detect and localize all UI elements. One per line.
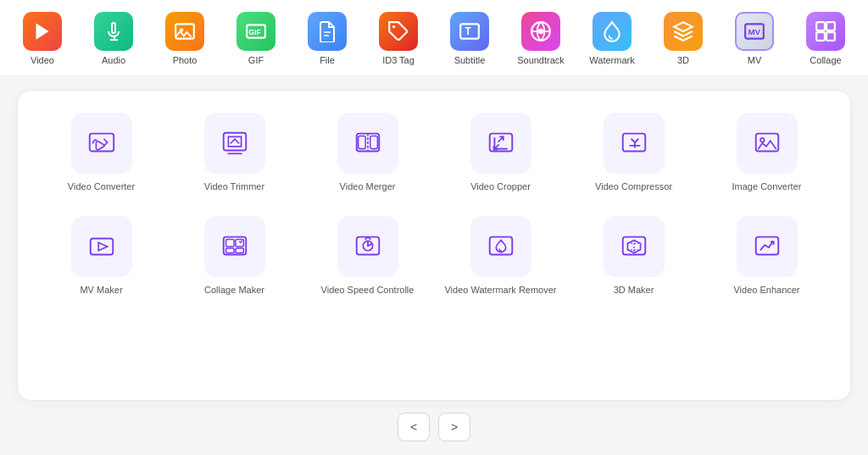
id3tag-icon — [379, 12, 418, 51]
nav-label-watermark: Watermark — [589, 55, 634, 65]
video-icon — [23, 12, 62, 51]
tool-video-enhancer[interactable]: Video Enhancer — [704, 211, 830, 301]
image-converter-label: Image Converter — [732, 180, 802, 192]
video-cropper-icon-box — [470, 113, 531, 174]
nav-label-file: File — [320, 55, 335, 65]
tool-image-converter[interactable]: Image Converter — [704, 108, 830, 197]
svg-point-32 — [760, 138, 764, 142]
video-converter-icon-box — [71, 113, 132, 174]
tool-video-merger[interactable]: Video Merger — [304, 108, 431, 197]
svg-rect-17 — [816, 32, 825, 41]
tool-video-converter[interactable]: Video Converter — [38, 108, 164, 197]
nav-item-video[interactable]: Video — [8, 7, 76, 70]
nav-label-3d: 3D — [677, 55, 689, 65]
main-content: Video Converter Video Trimmer — [0, 76, 868, 455]
svg-rect-39 — [235, 248, 242, 253]
tool-mv-maker[interactable]: MV Maker — [38, 211, 164, 301]
photo-icon — [165, 12, 204, 51]
pagination: < > — [398, 413, 470, 441]
video-enhancer-label: Video Enhancer — [733, 284, 799, 296]
video-compressor-icon-box — [604, 113, 665, 174]
svg-marker-0 — [36, 23, 48, 40]
nav-item-collage[interactable]: Collage — [792, 7, 860, 70]
nav-item-id3tag[interactable]: ID3 Tag — [364, 7, 432, 70]
tool-video-trimmer[interactable]: Video Trimmer — [171, 108, 298, 197]
nav-label-subtitle: Subtitle — [454, 55, 486, 65]
mv-maker-icon-box — [71, 216, 132, 277]
nav-item-gif[interactable]: GIF GIF — [222, 7, 290, 70]
svg-text:MV: MV — [748, 27, 760, 36]
tool-video-compressor[interactable]: Video Compressor — [570, 108, 697, 197]
video-trimmer-label: Video Trimmer — [204, 180, 264, 192]
nav-label-audio: Audio — [102, 55, 125, 65]
video-merger-label: Video Merger — [340, 180, 396, 192]
video-speed-icon-box — [337, 216, 398, 277]
nav-label-id3tag: ID3 Tag — [382, 55, 415, 65]
video-cropper-label: Video Cropper — [470, 180, 531, 192]
tools-panel: Video Converter Video Trimmer — [17, 90, 851, 401]
tool-3d-maker[interactable]: 3D Maker — [570, 211, 697, 301]
nav-item-photo[interactable]: Photo — [151, 7, 219, 70]
video-compressor-label: Video Compressor — [595, 180, 672, 192]
soundtrack-icon — [521, 12, 560, 51]
file-icon — [308, 12, 347, 51]
nav-item-file[interactable]: File — [293, 7, 361, 70]
nav-item-soundtrack[interactable]: Soundtrack — [507, 7, 575, 70]
video-converter-label: Video Converter — [68, 180, 135, 192]
svg-text:T: T — [465, 25, 472, 37]
collage-icon — [806, 12, 845, 51]
prev-page-button[interactable]: < — [398, 413, 430, 441]
svg-rect-37 — [235, 240, 242, 247]
3d-maker-icon-box — [604, 216, 665, 277]
nav-label-collage: Collage — [810, 55, 841, 65]
subtitle-icon: T — [450, 12, 489, 51]
video-speed-label: Video Speed Controlle — [321, 284, 415, 296]
svg-rect-18 — [826, 32, 835, 41]
svg-rect-25 — [370, 136, 377, 148]
nav-item-watermark[interactable]: Watermark — [578, 7, 646, 70]
prev-icon: < — [410, 420, 417, 434]
top-navigation: Video Audio Photo GIF GIF File ID3 Tag — [0, 0, 868, 76]
svg-marker-34 — [98, 243, 107, 251]
video-enhancer-icon-box — [737, 216, 798, 277]
mv-icon: MV — [735, 12, 774, 51]
watermark-icon — [593, 12, 632, 51]
audio-icon — [94, 12, 133, 51]
collage-maker-label: Collage Maker — [204, 284, 264, 296]
svg-point-7 — [392, 25, 395, 28]
svg-rect-33 — [90, 239, 113, 255]
svg-rect-36 — [225, 240, 233, 247]
image-converter-icon-box — [737, 113, 798, 174]
nav-label-video: Video — [31, 55, 54, 65]
next-icon: > — [451, 420, 458, 434]
tool-video-speed[interactable]: Video Speed Controlle — [304, 211, 431, 301]
nav-item-3d[interactable]: 3D — [649, 7, 717, 70]
3d-icon — [664, 12, 703, 51]
svg-rect-38 — [225, 248, 233, 253]
svg-text:GIF: GIF — [248, 28, 260, 36]
tool-collage-maker[interactable]: Collage Maker — [171, 211, 298, 301]
tool-video-cropper[interactable]: Video Cropper — [437, 108, 564, 197]
svg-rect-20 — [223, 133, 246, 151]
mv-maker-label: MV Maker — [80, 284, 122, 296]
video-trimmer-icon-box — [204, 113, 265, 174]
nav-item-mv[interactable]: MV MV — [721, 7, 788, 70]
video-watermark-label: Video Watermark Remover — [444, 284, 556, 296]
nav-item-audio[interactable]: Audio — [80, 7, 147, 70]
tool-video-watermark[interactable]: Video Watermark Remover — [437, 211, 564, 301]
gif-icon: GIF — [236, 12, 275, 51]
video-watermark-icon-box — [470, 216, 531, 277]
next-page-button[interactable]: > — [438, 413, 470, 441]
svg-rect-24 — [358, 136, 365, 148]
nav-item-subtitle[interactable]: T Subtitle — [436, 7, 504, 70]
tools-grid: Video Converter Video Trimmer — [38, 108, 830, 302]
nav-label-soundtrack: Soundtrack — [517, 55, 565, 65]
video-merger-icon-box — [337, 113, 398, 174]
svg-rect-16 — [826, 22, 835, 31]
collage-maker-icon-box — [204, 216, 265, 277]
svg-rect-15 — [816, 22, 825, 31]
nav-label-gif: GIF — [248, 55, 264, 65]
nav-label-mv: MV — [748, 55, 762, 65]
3d-maker-label: 3D Maker — [614, 284, 654, 296]
nav-label-photo: Photo — [173, 55, 198, 65]
